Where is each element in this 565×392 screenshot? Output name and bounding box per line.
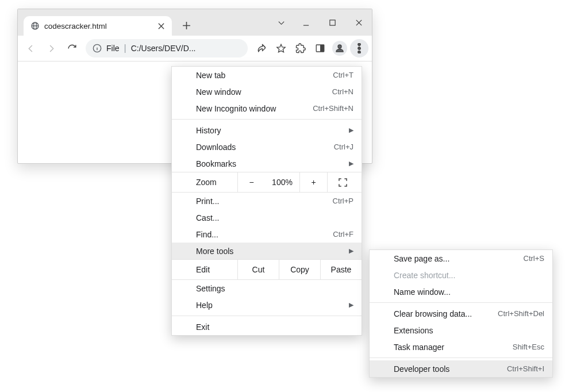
url-separator: | [124,43,126,53]
close-icon [157,22,165,30]
zoom-in-button[interactable]: + [299,172,327,192]
submenu-extensions[interactable]: Extensions [370,322,552,339]
tab-title: codescracker.html [44,22,151,30]
reload-button[interactable] [63,39,81,57]
chevron-down-icon [278,19,285,26]
menu-more-tools[interactable]: More tools ▶ [172,243,362,259]
info-icon [93,44,102,53]
bookmark-button[interactable] [272,39,290,57]
submenu-arrow-icon: ▶ [349,160,353,167]
menu-zoom: Zoom − 100% + [172,172,362,193]
menu-exit[interactable]: Exit [172,318,362,335]
edit-paste-button[interactable]: Paste [320,260,362,279]
maximize-icon [329,19,336,26]
menu-settings[interactable]: Settings [172,280,362,297]
side-panel-icon [315,43,325,53]
svg-point-5 [358,47,360,49]
side-panel-button[interactable] [311,39,329,57]
fullscreen-icon [339,178,347,187]
three-dots-icon [354,43,364,53]
menu-cast[interactable]: Cast... [172,209,362,226]
globe-icon [30,21,40,30]
menu-separator [172,316,362,316]
forward-button[interactable] [42,39,60,57]
svg-rect-0 [329,20,335,25]
svg-point-4 [358,43,360,45]
chrome-menu: New tab Ctrl+T New window Ctrl+N New Inc… [171,66,362,336]
minimize-icon [302,19,310,26]
profile-button[interactable] [330,39,349,57]
svg-point-6 [358,51,360,53]
menu-separator [172,119,362,120]
submenu-create-shortcut: Create shortcut... [370,267,552,283]
share-icon [256,43,267,53]
submenu-arrow-icon: ▶ [349,301,353,309]
menu-history[interactable]: History ▶ [172,122,362,139]
toolbar: File | C:/Users/DEV/D... [18,36,372,62]
menu-bookmarks[interactable]: Bookmarks ▶ [172,155,362,172]
submenu-save-page[interactable]: Save page as... Ctrl+S [370,250,552,267]
puzzle-icon [295,43,306,53]
submenu-clear-browsing-data[interactable]: Clear browsing data... Ctrl+Shift+Del [370,305,552,322]
close-icon [355,19,363,26]
menu-help[interactable]: Help ▶ [172,297,362,313]
zoom-percentage: 100% [265,178,299,187]
submenu-developer-tools[interactable]: Developer tools Ctrl+Shift+I [370,360,552,377]
menu-new-incognito[interactable]: New Incognito window Ctrl+Shift+N [172,100,362,117]
maximize-button[interactable] [319,9,345,36]
menu-edit: Edit Cut Copy Paste [172,259,362,280]
star-icon [276,43,286,53]
edit-copy-button[interactable]: Copy [279,260,320,279]
submenu-arrow-icon: ▶ [349,126,353,134]
address-bar[interactable]: File | C:/Users/DEV/D... [86,39,248,57]
menu-separator [370,358,552,358]
svg-rect-3 [321,45,324,52]
chevron-down-button[interactable] [270,9,293,36]
back-arrow-icon [25,43,36,54]
zoom-out-button[interactable]: − [237,172,265,192]
close-window-button[interactable] [345,9,372,36]
menu-new-window[interactable]: New window Ctrl+N [172,83,362,100]
fullscreen-button[interactable] [327,172,358,192]
menu-downloads[interactable]: Downloads Ctrl+J [172,139,362,155]
back-button[interactable] [21,39,40,57]
menu-find[interactable]: Find... Ctrl+F [172,226,362,243]
zoom-label: Zoom [172,178,237,187]
more-tools-submenu: Save page as... Ctrl+S Create shortcut..… [369,249,553,378]
titlebar: codescracker.html [18,9,372,36]
share-button[interactable] [252,39,271,57]
chrome-menu-button[interactable] [350,39,368,57]
menu-separator [370,302,552,303]
submenu-arrow-icon: ▶ [349,247,353,255]
submenu-name-window[interactable]: Name window... [370,283,552,300]
plus-icon [182,21,191,30]
edit-label: Edit [172,265,237,274]
menu-print[interactable]: Print... Ctrl+P [172,193,362,209]
tab-active[interactable]: codescracker.html [24,16,172,36]
submenu-task-manager[interactable]: Task manager Shift+Esc [370,339,552,355]
reload-icon [67,43,78,54]
url-path: C:/Users/DEV/D... [131,44,196,53]
edit-cut-button[interactable]: Cut [237,260,279,279]
toolbar-right [252,39,368,57]
minimize-button[interactable] [293,9,319,36]
tab-close-button[interactable] [156,21,166,31]
extensions-button[interactable] [291,39,310,57]
forward-arrow-icon [46,43,57,54]
menu-new-tab[interactable]: New tab Ctrl+T [172,67,362,83]
person-icon [335,43,345,53]
new-tab-button[interactable] [179,18,194,33]
url-scheme: File [106,44,120,53]
window-controls [270,9,372,36]
